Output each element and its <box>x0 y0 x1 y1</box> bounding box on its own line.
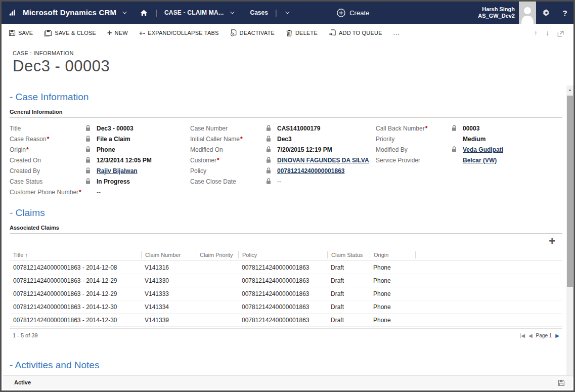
new-label: NEW <box>115 30 128 36</box>
subsection-associated-claims: Associated Claims <box>10 225 562 234</box>
command-bar: SAVE SAVE & CLOSE + NEW +- EXPAND/COLLAP… <box>2 24 573 42</box>
claim-row[interactable]: 00781214240000001863 - 2014-12-30 V14133… <box>10 314 562 327</box>
lock-icon <box>85 136 97 142</box>
vertical-scrollbar[interactable]: ▲ <box>566 85 573 377</box>
claim-policy-cell: 00781214240000001863 <box>238 264 327 271</box>
pager: |◀ ◀ Page 1 ▶ <box>520 332 559 338</box>
subsection-general-information: General Information <box>10 109 562 118</box>
save-button[interactable]: SAVE <box>9 29 33 36</box>
lock-icon <box>85 146 97 153</box>
column-header-claim-priority[interactable]: Claim Priority <box>196 251 238 258</box>
service-provider-link[interactable]: Belcar (VW) <box>463 157 497 164</box>
field-value: CAS141000179 <box>277 125 320 132</box>
customer-link[interactable]: DINOVAN FAGUNDES DA SILVA <box>277 157 369 164</box>
add-claim-button[interactable]: + <box>549 236 555 246</box>
nav-divider: | <box>275 9 277 17</box>
popout-button[interactable] <box>557 29 564 37</box>
claim-policy-cell: 00781214240000001863 <box>238 317 327 324</box>
claim-origin-cell: Phone <box>370 290 415 297</box>
section-activities-and-notes[interactable]: - Activities and Notes <box>10 360 562 371</box>
first-page-icon[interactable]: |◀ <box>520 333 525 338</box>
add-to-queue-button[interactable]: ADD TO QUEUE <box>329 29 382 36</box>
field-value: 7/20/2015 12:19 PM <box>277 146 332 153</box>
settings-button[interactable] <box>536 8 556 17</box>
home-icon[interactable] <box>140 8 148 17</box>
gear-icon <box>542 8 551 17</box>
help-button[interactable]: ? <box>556 9 573 17</box>
field-label: Created By <box>10 167 85 175</box>
new-button[interactable]: + NEW <box>107 30 128 36</box>
claim-status-cell: Draft <box>327 317 370 324</box>
claim-row[interactable]: 00781214240000001863 - 2014-12-29 V14133… <box>10 287 562 300</box>
field-label: Modified By <box>376 146 452 153</box>
field-label: Policy <box>190 167 266 175</box>
view-chevron-down-icon[interactable] <box>285 10 289 14</box>
field-modified-on: Modified On 7/20/2015 12:19 PM <box>190 144 376 155</box>
claim-origin-cell: Phone <box>370 264 415 271</box>
deactivate-button[interactable]: DEACTIVATE <box>230 29 275 36</box>
next-record-button[interactable]: ↓ <box>546 29 549 37</box>
breadcrumb-view[interactable]: Cases <box>250 9 268 16</box>
field-value[interactable]: -- <box>97 189 101 196</box>
previous-record-button[interactable]: ↑ <box>534 29 538 37</box>
claim-title-cell: 00781214240000001863 - 2014-12-08 <box>10 264 141 271</box>
claim-row[interactable]: 00781214240000001863 - 2014-12-08 V14131… <box>10 261 562 274</box>
claim-status-cell: Draft <box>327 277 370 284</box>
previous-page-icon[interactable]: ◀ <box>528 333 533 338</box>
brand-chevron-down-icon[interactable] <box>122 10 126 14</box>
create-label: Create <box>349 9 369 17</box>
created-by-link[interactable]: Rajiv Bijalwan <box>97 167 138 175</box>
field-initial-caller-name: Initial Caller Name* Dec3 <box>190 134 376 144</box>
arrow-down-icon: ↓ <box>546 29 549 37</box>
crm-window: Microsoft Dynamics CRM | CASE - CLAIM MA… <box>0 0 575 392</box>
column-header-policy[interactable]: Policy <box>238 251 327 258</box>
scrollbar-up-icon[interactable]: ▲ <box>566 85 573 95</box>
expand-collapse-tabs-button[interactable]: +- EXPAND/COLLAPSE TABS <box>139 29 219 37</box>
record-type-label: CASE : INFORMATION <box>13 50 573 56</box>
field-priority: Priority Medium <box>376 134 562 144</box>
save-and-close-button[interactable]: SAVE & CLOSE <box>44 29 96 36</box>
column-header-claim-number[interactable]: Claim Number <box>141 251 196 258</box>
claim-number-cell: V141334 <box>141 303 196 311</box>
create-button[interactable]: Create <box>336 8 369 18</box>
brand-menu[interactable]: Microsoft Dynamics CRM <box>23 8 116 17</box>
claim-origin-cell: Phone <box>370 303 415 311</box>
field-label: Initial Caller Name* <box>190 136 266 143</box>
field-case-reason: Case Reason* File a Claim <box>10 134 190 144</box>
field-modified-by: Modified By Veda Gudipati <box>376 144 562 155</box>
required-asterisk: * <box>26 146 29 153</box>
field-label: Case Close Date <box>190 178 266 185</box>
field-service-provider: Service Provider Belcar (VW) <box>376 155 562 165</box>
avatar[interactable] <box>519 2 536 24</box>
entity-chevron-down-icon[interactable] <box>230 10 234 14</box>
policy-link[interactable]: 00781214240000001863 <box>277 167 344 175</box>
next-page-icon[interactable]: ▶ <box>555 333 559 338</box>
arrow-up-icon: ↑ <box>534 29 538 37</box>
lock-icon <box>452 125 463 132</box>
field-value[interactable]: Medium <box>463 136 485 143</box>
section-case-information[interactable]: - Case Information <box>10 92 562 103</box>
claim-policy-cell: 00781214240000001863 <box>238 290 327 297</box>
delete-button[interactable]: DELETE <box>286 29 318 36</box>
more-commands-button[interactable]: ... <box>393 29 400 36</box>
column-header-claim-status[interactable]: Claim Status <box>327 251 370 258</box>
modified-by-link[interactable]: Veda Gudipati <box>463 146 503 153</box>
unsaved-save-button[interactable] <box>558 378 565 387</box>
record-header: CASE : INFORMATION Dec3 - 00003 <box>2 42 573 85</box>
claim-policy-cell: 00781214240000001863 <box>238 277 327 284</box>
section-claims[interactable]: - Claims <box>10 207 562 219</box>
status-badge: Active <box>14 379 31 385</box>
claim-row[interactable]: 00781214240000001863 - 2014-12-30 V14133… <box>10 300 562 314</box>
column-header-title[interactable]: Title ↑ <box>10 251 141 258</box>
user-menu[interactable]: Harsh Singh AS_GW_Dev2 <box>478 6 515 19</box>
field-value: In Progress <box>97 178 130 185</box>
field-customer: Customer* DINOVAN FAGUNDES DA SILVA <box>190 155 376 165</box>
scrollbar-thumb[interactable] <box>567 96 573 287</box>
dynamics-logo-icon <box>9 8 18 18</box>
breadcrumb-entity[interactable]: CASE - CLAIM MA... <box>164 9 224 16</box>
column-header-origin[interactable]: Origin <box>370 251 415 258</box>
field-case-close-date: Case Close Date -- <box>190 176 376 187</box>
field-case-status: Case Status In Progress <box>10 176 190 187</box>
save-label: SAVE <box>18 30 33 36</box>
claim-row[interactable]: 00781214240000001863 - 2014-12-29 V14133… <box>10 274 562 287</box>
